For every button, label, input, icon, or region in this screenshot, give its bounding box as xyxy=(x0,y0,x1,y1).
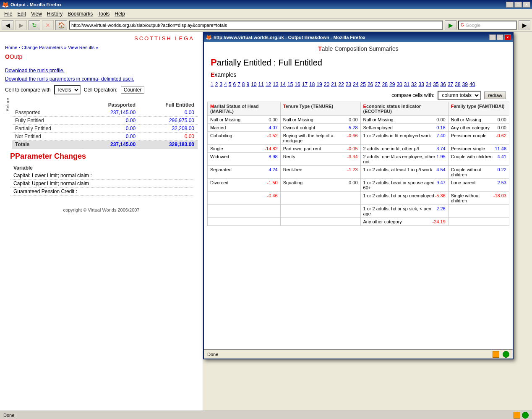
number-link[interactable]: 40 xyxy=(469,81,475,87)
menu-help[interactable]: Help xyxy=(112,10,128,18)
maximize-button[interactable]: □ xyxy=(514,2,522,8)
number-link[interactable]: 14 xyxy=(280,81,286,87)
number-link[interactable]: 24 xyxy=(353,81,358,87)
forward-button[interactable]: ▶ xyxy=(15,20,27,30)
popup-tb-buttons[interactable]: _ □ × xyxy=(489,34,511,40)
number-link[interactable]: 2 xyxy=(215,81,218,87)
popup-close[interactable]: × xyxy=(504,34,511,40)
cell-value: -0.52 xyxy=(267,133,278,138)
number-link[interactable]: 26 xyxy=(368,81,373,87)
download-profile-link[interactable]: Download the run's profile. xyxy=(5,68,198,73)
cell-label: Widowed xyxy=(210,154,229,159)
title-bar-buttons[interactable]: _ □ × xyxy=(506,2,530,8)
go-button[interactable]: ▶ xyxy=(445,20,456,30)
number-link[interactable]: 10 xyxy=(251,81,256,87)
redraw-button[interactable]: redraw xyxy=(484,92,506,99)
menu-history[interactable]: History xyxy=(44,10,65,18)
home-button[interactable]: 🏠 xyxy=(55,20,67,30)
number-link[interactable]: 29 xyxy=(389,81,395,87)
address-bar[interactable]: http://www.virtual-worlds.org.uk/slab/ou… xyxy=(69,21,443,30)
table-row: Widowed8.98Rents-3.341.952 adults, one f… xyxy=(208,153,509,166)
cell-value: 5.28 xyxy=(349,125,357,130)
cell-label: Owns it outright xyxy=(283,125,315,130)
number-link[interactable]: 6 xyxy=(233,81,236,87)
number-link[interactable]: 32 xyxy=(411,81,417,87)
column-header: Family type (FAMTHBAI) xyxy=(448,102,509,116)
cell-value: -3.34 xyxy=(347,154,357,159)
cell-operation-value: Counter xyxy=(121,86,145,94)
param-row: Capital: Lower Limit; normal claim : xyxy=(10,172,179,180)
cell-label: Couple with children xyxy=(451,154,493,159)
data-table: Marital Status of Head (MARITAL)Tenure T… xyxy=(207,102,509,226)
number-link[interactable]: 9 xyxy=(247,81,250,87)
reload-button[interactable]: ↻ xyxy=(29,20,40,30)
number-link[interactable]: 25 xyxy=(360,81,366,87)
popup-window: 🦊 http://www.virtual-worlds.org.uk - Out… xyxy=(203,32,514,359)
number-link[interactable]: 33 xyxy=(418,81,424,87)
number-link[interactable]: 37 xyxy=(448,81,453,87)
number-link[interactable]: 17 xyxy=(302,81,308,87)
back-button[interactable]: ◀ xyxy=(2,20,13,30)
cell-value: 0.00 xyxy=(269,117,277,122)
number-link[interactable]: 16 xyxy=(295,81,300,87)
param-variable-header: Variable xyxy=(10,164,179,172)
number-link[interactable]: 3 xyxy=(219,81,222,87)
data-table-container[interactable]: Marital Status of Head (MARITAL)Tenure T… xyxy=(204,102,513,349)
number-link[interactable]: 38 xyxy=(455,81,460,87)
cell-value: 7.40 xyxy=(436,133,445,138)
number-link[interactable]: 27 xyxy=(375,81,380,87)
number-link[interactable]: 28 xyxy=(382,81,388,87)
number-link[interactable]: 34 xyxy=(426,81,431,87)
number-link[interactable]: 19 xyxy=(316,81,322,87)
menu-tools[interactable]: Tools xyxy=(95,10,112,18)
number-link[interactable]: 5 xyxy=(229,81,232,87)
cell-label: 1 or 2 adults in f/t employed work xyxy=(363,133,431,138)
breadcrumb-text[interactable]: Home • Change Parameters » View Results … xyxy=(5,45,99,50)
menu-bookmarks[interactable]: Bookmarks xyxy=(65,10,95,18)
number-link[interactable]: 31 xyxy=(404,81,409,87)
table-row: Any other category-24.19 xyxy=(208,218,509,226)
passported-value: 237,145.00 xyxy=(83,141,139,149)
close-button[interactable]: × xyxy=(523,2,530,8)
search-go-button[interactable]: ▶ xyxy=(519,20,530,30)
minimize-button[interactable]: _ xyxy=(506,2,514,8)
cell-value: -1.50 xyxy=(267,180,278,185)
number-link[interactable]: 7 xyxy=(237,81,240,87)
number-link[interactable]: 1 xyxy=(211,81,214,87)
number-link[interactable]: 23 xyxy=(346,81,351,87)
cell-operation-label: Cell Operation: xyxy=(84,87,117,93)
before-table: Passported Full Entitled Passported237,1… xyxy=(12,101,198,149)
number-link[interactable]: 35 xyxy=(433,81,438,87)
compare-cells-select[interactable]: column totals xyxy=(438,91,481,100)
cell-value: 1.95 xyxy=(436,154,445,159)
search-bar[interactable]: G Google xyxy=(458,21,517,30)
number-link[interactable]: 12 xyxy=(266,81,271,87)
number-link[interactable]: 30 xyxy=(396,81,402,87)
ok-icon xyxy=(503,351,509,358)
title-bar: 🦊 Output - Mozilla Firefox _ □ × xyxy=(0,0,532,9)
number-link[interactable]: 11 xyxy=(258,81,264,87)
cell-compare-select[interactable]: levels xyxy=(54,85,81,94)
number-link[interactable]: 15 xyxy=(287,81,293,87)
number-link[interactable]: 22 xyxy=(339,81,344,87)
popup-title-left: 🦊 http://www.virtual-worlds.org.uk - Out… xyxy=(206,34,365,40)
menu-file[interactable]: File xyxy=(2,10,15,18)
number-link[interactable]: 20 xyxy=(324,81,329,87)
number-link[interactable]: 36 xyxy=(441,81,446,87)
cell-value: -24.19 xyxy=(433,219,446,224)
download-params-link[interactable]: Download the run's parameters in comma- … xyxy=(5,76,198,82)
stop-button[interactable]: ✕ xyxy=(42,20,54,30)
number-link[interactable]: 18 xyxy=(309,81,315,87)
number-link[interactable]: 4 xyxy=(224,81,227,87)
menu-edit[interactable]: Edit xyxy=(15,10,29,18)
number-link[interactable]: 39 xyxy=(462,81,468,87)
cell-label: Null or Missing xyxy=(451,117,481,122)
number-link[interactable]: 13 xyxy=(273,81,278,87)
menu-view[interactable]: View xyxy=(29,10,44,18)
cell-label: Single xyxy=(210,146,223,151)
cell-value: 4.41 xyxy=(498,154,506,159)
popup-minimize[interactable]: _ xyxy=(489,34,496,40)
number-link[interactable]: 8 xyxy=(242,81,245,87)
number-link[interactable]: 21 xyxy=(331,81,336,87)
popup-maximize[interactable]: □ xyxy=(497,34,503,40)
